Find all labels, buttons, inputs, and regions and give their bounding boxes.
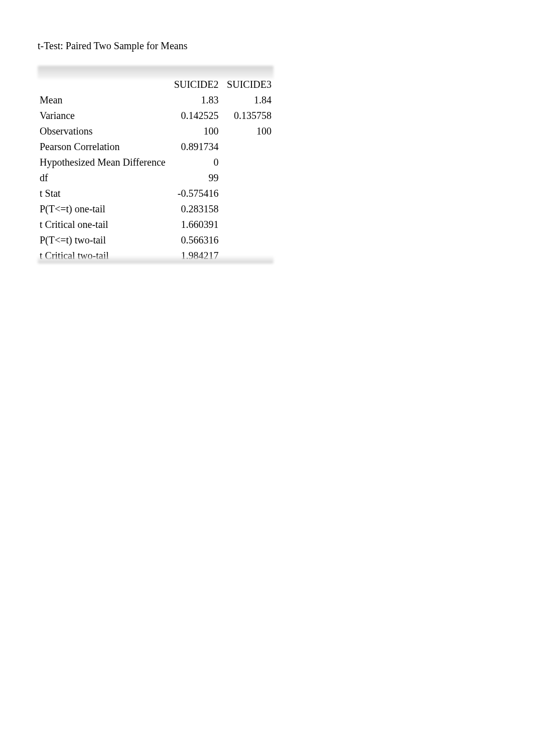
table-row: P(T<=t) one-tail 0.283158 — [38, 201, 274, 217]
table-row: Observations 100 100 — [38, 123, 274, 139]
document-title: t-Test: Paired Two Sample for Means — [38, 40, 495, 52]
header-col1: SUICIDE2 — [168, 66, 220, 92]
table-row: t Critical two-tail 1.984217 — [38, 248, 274, 264]
header-col2: SUICIDE3 — [221, 66, 274, 92]
row-label: t Stat — [38, 186, 168, 201]
header-blank — [38, 66, 168, 92]
row-value-2 — [221, 217, 274, 232]
row-label: Variance — [38, 108, 168, 123]
row-value-1: 1.660391 — [168, 217, 220, 232]
row-value-2 — [221, 139, 274, 155]
table-row: Mean 1.83 1.84 — [38, 92, 274, 108]
row-value-2: 0.135758 — [221, 108, 274, 123]
row-value-1: 0.891734 — [168, 139, 220, 155]
row-value-2 — [221, 186, 274, 201]
stats-table-container: SUICIDE2 SUICIDE3 Mean 1.83 1.84 Varianc… — [38, 66, 274, 264]
row-label: t Critical two-tail — [38, 248, 168, 264]
table-row: t Critical one-tail 1.660391 — [38, 217, 274, 232]
row-label: t Critical one-tail — [38, 217, 168, 232]
row-value-2 — [221, 155, 274, 170]
row-label: Mean — [38, 92, 168, 108]
row-value-1: 1.984217 — [168, 248, 220, 264]
row-label: P(T<=t) two-tail — [38, 232, 168, 248]
table-row: P(T<=t) two-tail 0.566316 — [38, 232, 274, 248]
row-value-2 — [221, 201, 274, 217]
row-value-2: 100 — [221, 123, 274, 139]
table-header-row: SUICIDE2 SUICIDE3 — [38, 66, 274, 92]
row-label: Hypothesized Mean Difference — [38, 155, 168, 170]
row-value-1: 0.142525 — [168, 108, 220, 123]
row-value-2: 1.84 — [221, 92, 274, 108]
table-row: df 99 — [38, 170, 274, 186]
row-value-1: 1.83 — [168, 92, 220, 108]
row-label: Pearson Correlation — [38, 139, 168, 155]
document-page: t-Test: Paired Two Sample for Means SUIC… — [0, 0, 533, 304]
row-value-1: -0.575416 — [168, 186, 220, 201]
row-value-1: 0.566316 — [168, 232, 220, 248]
row-label: P(T<=t) one-tail — [38, 201, 168, 217]
table-row: Variance 0.142525 0.135758 — [38, 108, 274, 123]
table-row: Pearson Correlation 0.891734 — [38, 139, 274, 155]
row-value-1: 99 — [168, 170, 220, 186]
row-label: Observations — [38, 123, 168, 139]
row-value-2 — [221, 248, 274, 264]
row-value-2 — [221, 232, 274, 248]
table-row: t Stat -0.575416 — [38, 186, 274, 201]
row-value-1: 100 — [168, 123, 220, 139]
table-row: Hypothesized Mean Difference 0 — [38, 155, 274, 170]
t-test-table: SUICIDE2 SUICIDE3 Mean 1.83 1.84 Varianc… — [38, 66, 274, 264]
row-label: df — [38, 170, 168, 186]
row-value-1: 0 — [168, 155, 220, 170]
row-value-2 — [221, 170, 274, 186]
row-value-1: 0.283158 — [168, 201, 220, 217]
